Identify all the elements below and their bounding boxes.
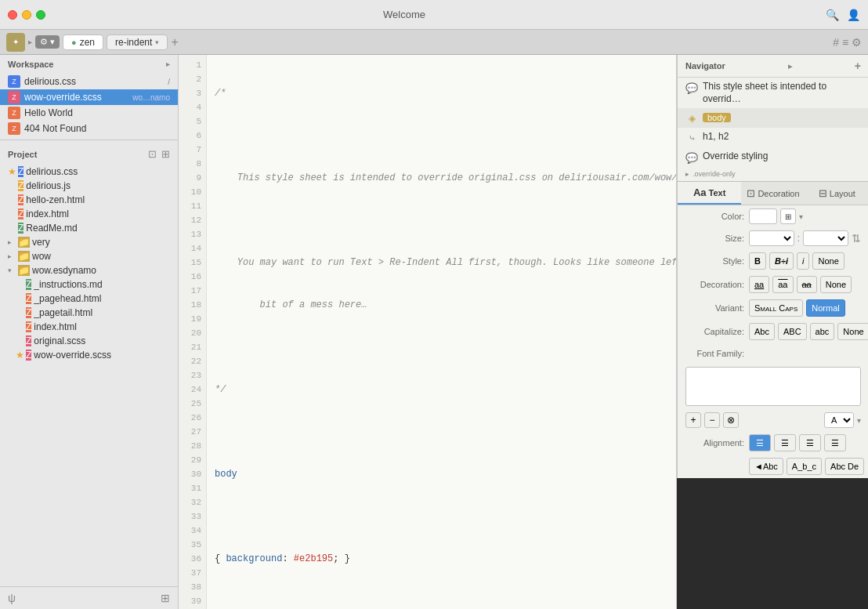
align-center-button[interactable]: ☰	[774, 434, 796, 451]
align-left-button[interactable]: ☰	[749, 434, 771, 451]
nav-item-h1h2[interactable]: ⤷ h1, h2	[678, 128, 868, 147]
navigator-add-button[interactable]: +	[855, 60, 861, 72]
sidebar-item-wow-override[interactable]: Z wow-override.scss wo…namo	[0, 89, 178, 105]
align-right-button[interactable]: ☰	[799, 434, 821, 451]
tree-item-index-html[interactable]: Z index.html	[0, 207, 178, 221]
unit-select[interactable]	[803, 230, 848, 246]
css-file-icon: Z	[8, 75, 20, 88]
expand-icon[interactable]: ⊞	[161, 592, 170, 604]
align-text-btn-2[interactable]: A_b_c	[787, 458, 822, 475]
none-style-button[interactable]: None	[812, 252, 844, 270]
tree-item-pagehead[interactable]: Z _pagehead.html	[0, 292, 178, 306]
person-icon[interactable]: 👤	[847, 9, 860, 21]
overline-button[interactable]: aa	[772, 276, 793, 293]
tree-item-instructions[interactable]: Z _instructions.md	[0, 277, 178, 292]
decoration-tab-icon: ⊡	[747, 187, 755, 199]
file-name: Hello World	[24, 107, 170, 118]
file-name: 404 Not Found	[24, 123, 170, 134]
sidebar-item-404[interactable]: Z 404 Not Found	[0, 121, 178, 136]
tree-item-very[interactable]: ▸ 📁 very	[0, 235, 178, 249]
file-badge: /	[168, 78, 170, 86]
html-file-icon: Z	[26, 307, 31, 318]
folder-icon: 📁	[18, 251, 30, 262]
italic-button[interactable]: i	[797, 252, 809, 270]
align-text-btn-1[interactable]: ◄Abc	[749, 458, 783, 475]
code-editor[interactable]: /* This style sheet is intended to overr…	[207, 55, 676, 609]
search-icon[interactable]: 🔍	[826, 9, 839, 21]
nav-item-content: This style sheet is intended to overrid…	[703, 81, 861, 105]
scss-file-icon: Z	[8, 91, 20, 103]
capitalize-button[interactable]: Abc	[749, 323, 775, 340]
tree-item-delirious-css[interactable]: ★ Z delirious.css	[0, 165, 178, 179]
font-add-button[interactable]: +	[685, 412, 701, 428]
file-name: delirious.css	[24, 76, 164, 87]
lowercase-button[interactable]: abc	[810, 323, 835, 340]
font-select[interactable]: A	[824, 412, 854, 428]
sidebar-item-deliious-css[interactable]: Z delirious.css /	[0, 74, 178, 89]
none-decoration-button[interactable]: None	[820, 276, 852, 293]
tab-decoration[interactable]: ⊡ Decoration	[741, 182, 805, 205]
tree-item-index2[interactable]: Z index.html	[0, 320, 178, 334]
tab-text-label: Text	[709, 188, 726, 198]
font-remove-button[interactable]: −	[704, 412, 720, 428]
bold-button[interactable]: B	[749, 252, 766, 270]
tab-decoration-label: Decoration	[758, 189, 799, 198]
nav-item-comment[interactable]: 💬 This style sheet is intended to overri…	[678, 78, 868, 108]
project-icon-2[interactable]: ⊞	[161, 148, 170, 160]
tree-item-wow-override2[interactable]: ★ Z wow-override.scss	[0, 348, 178, 362]
color-swatch[interactable]	[749, 208, 777, 224]
code-line-10: body	[215, 467, 668, 481]
tree-item-pagetail[interactable]: Z _pagetail.html	[0, 306, 178, 320]
project-label[interactable]: Project	[8, 150, 37, 159]
scss-file-icon: Z	[26, 335, 31, 346]
color-dropdown-icon[interactable]: ▾	[799, 212, 803, 221]
bold-italic-button[interactable]: B÷i	[769, 252, 794, 270]
variant-control: Small Caps Normal	[749, 299, 861, 317]
uppercase-button[interactable]: ABC	[778, 323, 807, 340]
tab-arrow-icon: ▸	[28, 38, 32, 46]
code-line-3: This style sheet is intended to override…	[215, 171, 668, 185]
nav-item-override-comment[interactable]: 💬 Override styling	[678, 147, 868, 167]
normal-variant-button[interactable]: Normal	[806, 299, 844, 317]
tree-item-label: _pagehead.html	[34, 293, 101, 304]
menu-icon[interactable]: ≡ ⚙	[842, 36, 862, 49]
none-capitalize-button[interactable]: None	[837, 323, 868, 340]
strikethrough-button[interactable]: aa	[797, 276, 817, 293]
font-family-box[interactable]	[685, 367, 861, 406]
tree-item-delirious-js[interactable]: Z delirious.js	[0, 179, 178, 193]
tab-zen[interactable]: ● zen	[63, 34, 103, 50]
hash-button[interactable]: #	[833, 36, 839, 49]
add-tab-button[interactable]: +	[171, 35, 178, 49]
tree-item-readme[interactable]: Z ReadMe.md	[0, 221, 178, 235]
size-select[interactable]	[749, 230, 794, 246]
gear-button[interactable]: ⚙ ▾	[35, 35, 60, 49]
sidebar-item-hello-world[interactable]: Z Hello World	[0, 105, 178, 121]
star-icon: ★	[8, 166, 16, 177]
project-icon-1[interactable]: ⊡	[148, 148, 157, 160]
align-justify-button[interactable]: ☰	[824, 434, 846, 451]
navigator-panel: Navigator ▸ + 💬 This style sheet is inte…	[677, 55, 868, 181]
size-link-icon[interactable]: ⇅	[852, 232, 861, 245]
tree-item-wow[interactable]: ▸ 📁 wow	[0, 249, 178, 263]
tab-layout[interactable]: ⊟ Layout	[805, 182, 868, 205]
nav-item-body[interactable]: ◈ body	[678, 108, 868, 128]
collapse-icon: ▸	[8, 238, 16, 246]
tree-item-hello-zen[interactable]: Z hello-zen.html	[0, 193, 178, 207]
bottom-icon[interactable]: ψ	[8, 592, 16, 604]
tab-reindent[interactable]: re-indent ▾	[107, 34, 168, 50]
underline-button[interactable]: aa	[749, 276, 769, 293]
tree-item-original[interactable]: Z original.scss	[0, 334, 178, 348]
tab-text[interactable]: Aa Text	[678, 182, 741, 205]
font-clear-button[interactable]: ⊗	[723, 412, 739, 428]
align-text-btn-3[interactable]: Abc De	[825, 458, 864, 475]
prop-capitalize-row: Capitalize: Abc ABC abc None	[678, 320, 868, 343]
tree-item-wow-esdynamo[interactable]: ▾ 📁 wow.esdynamo	[0, 263, 178, 277]
editor: 1 2 3 4 5 6 7 8 9 10 11 12 13 14 15 16 1…	[179, 55, 676, 609]
editor-content[interactable]: 1 2 3 4 5 6 7 8 9 10 11 12 13 14 15 16 1…	[179, 55, 676, 609]
code-line-5: You may want to run Text > Re-Indent All…	[215, 256, 668, 270]
color-grid-button[interactable]: ⊞	[780, 208, 796, 224]
workspace-header[interactable]: Workspace ▸	[0, 55, 178, 74]
nav-item-override-only[interactable]: ▸ .override-only	[678, 167, 868, 181]
small-caps-button[interactable]: Small Caps	[749, 299, 803, 317]
css-file-icon: Z	[18, 166, 24, 177]
